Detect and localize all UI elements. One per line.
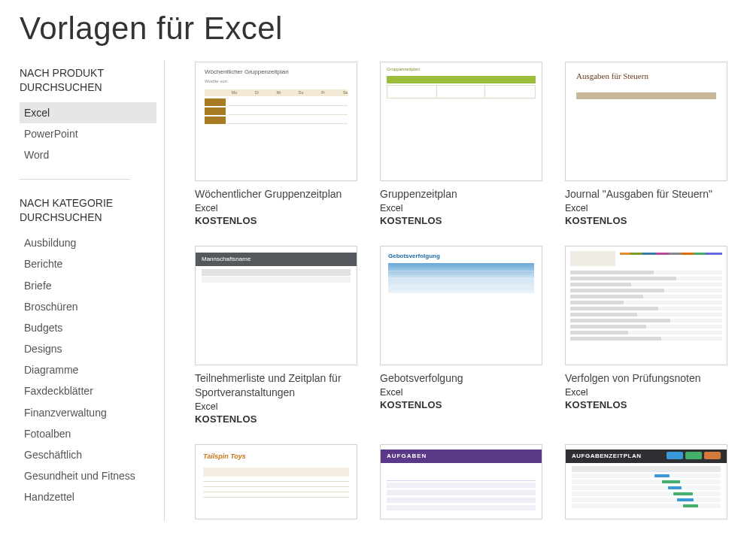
thumb-sub: Woche von: <box>205 79 229 83</box>
template-thumb[interactable]: Tailspin Toys <box>195 444 357 519</box>
template-thumb[interactable]: AUFGABENZEITPLAN <box>565 444 727 519</box>
template-card: Tailspin Toys <box>195 444 357 519</box>
template-title[interactable]: Gebotsverfolgung <box>380 371 542 386</box>
template-thumb[interactable]: Ausgaben für Steuern <box>565 62 727 181</box>
sidebar-product-heading: NACH PRODUKT DURCHSUCHEN <box>20 66 156 95</box>
main-area: Wöchentlicher Gruppenzeitplan Woche von:… <box>165 60 747 522</box>
template-price: KOSTENLOS <box>195 413 357 425</box>
thumb-heading: Mannschaftsname <box>196 253 357 266</box>
thumb-heading: Ausgaben für Steuern <box>576 71 648 80</box>
template-thumb[interactable]: Wöchentlicher Gruppenzeitplan Woche von:… <box>195 62 357 181</box>
template-thumb[interactable] <box>565 246 727 365</box>
template-card: AUFGABENZEITPLAN <box>565 444 727 519</box>
thumb-heading: Gruppenzeitplan <box>387 67 420 71</box>
content-area: NACH PRODUKT DURCHSUCHEN Excel PowerPoin… <box>0 60 747 522</box>
sidebar-category-item[interactable]: Geschäftlich <box>20 444 156 465</box>
template-thumb[interactable]: Mannschaftsname <box>195 246 357 365</box>
sidebar-category-item[interactable]: Gesundheit und Fitness <box>20 465 156 486</box>
sidebar-category-item[interactable]: Finanzverwaltung <box>20 402 156 423</box>
template-thumb[interactable]: Gruppenzeitplan <box>380 62 542 181</box>
sidebar-product-powerpoint[interactable]: PowerPoint <box>20 123 156 144</box>
template-title[interactable]: Wöchentlicher Gruppenzeitplan <box>195 187 357 201</box>
template-price: KOSTENLOS <box>565 215 727 226</box>
template-price: KOSTENLOS <box>195 215 357 226</box>
sidebar-category-item[interactable]: Diagramme <box>20 359 156 380</box>
template-card: Ausgaben für Steuern Journal "Ausgaben f… <box>565 62 727 226</box>
thumb-heading: Wöchentlicher Gruppenzeitplan <box>205 68 289 75</box>
thumb-heading: Tailspin Toys <box>203 453 246 460</box>
template-title[interactable]: Gruppenzeitplan <box>380 187 542 201</box>
sidebar-category-item[interactable]: Budgets <box>20 317 156 338</box>
sidebar: NACH PRODUKT DURCHSUCHEN Excel PowerPoin… <box>20 60 165 522</box>
sidebar-category-item[interactable]: Designs <box>20 338 156 359</box>
template-app: Excel <box>380 387 542 398</box>
page-title: Vorlagen für Excel <box>0 0 747 60</box>
template-card: AUFGABEN <box>380 444 542 519</box>
template-grid: Wöchentlicher Gruppenzeitplan Woche von:… <box>195 62 747 519</box>
sidebar-category-item[interactable]: Briefe <box>20 275 156 296</box>
template-app: Excel <box>195 203 357 213</box>
template-price: KOSTENLOS <box>565 399 727 410</box>
thumb-heading: AUFGABEN <box>381 450 542 463</box>
template-price: KOSTENLOS <box>380 215 542 226</box>
template-card: Gruppenzeitplan Gruppenzeitplan Excel KO… <box>380 62 542 226</box>
sidebar-divider <box>20 179 130 180</box>
template-app: Excel <box>565 387 727 398</box>
template-card: Mannschaftsname Teilnehmerliste und Zeit… <box>195 246 357 425</box>
sidebar-category-item[interactable]: Ausbildung <box>20 232 156 253</box>
sidebar-product-word[interactable]: Word <box>20 144 156 165</box>
template-price: KOSTENLOS <box>380 399 542 410</box>
sidebar-category-item[interactable]: Fotoalben <box>20 423 156 444</box>
thumb-heading: Gebotsverfolgung <box>388 253 440 259</box>
sidebar-category-list: Ausbildung Berichte Briefe Broschüren Bu… <box>20 232 156 507</box>
sidebar-category-item[interactable]: Faxdeckblätter <box>20 380 156 401</box>
template-app: Excel <box>565 203 727 213</box>
template-card: Gebotsverfolgung Gebotsverfolgung Excel … <box>380 246 542 425</box>
template-thumb[interactable]: AUFGABEN <box>380 444 542 519</box>
sidebar-category-item[interactable]: Broschüren <box>20 296 156 317</box>
sidebar-category-item[interactable]: Berichte <box>20 253 156 274</box>
sidebar-product-excel[interactable]: Excel <box>20 102 156 123</box>
template-title[interactable]: Teilnehmerliste und Zeitplan für Sportve… <box>195 371 357 400</box>
template-app: Excel <box>380 203 542 213</box>
template-card: Wöchentlicher Gruppenzeitplan Woche von:… <box>195 62 357 226</box>
sidebar-category-heading: NACH KATEGORIE DURCHSUCHEN <box>20 196 156 225</box>
sidebar-category-item[interactable]: Handzettel <box>20 486 156 507</box>
template-thumb[interactable]: Gebotsverfolgung <box>380 246 542 365</box>
template-title[interactable]: Verfolgen von Prüfungsnoten <box>565 371 727 386</box>
sidebar-product-list: Excel PowerPoint Word <box>20 102 156 166</box>
template-card: Verfolgen von Prüfungsnoten Excel KOSTEN… <box>565 246 727 425</box>
template-app: Excel <box>195 401 357 412</box>
template-title[interactable]: Journal "Ausgaben für Steuern" <box>565 187 727 201</box>
